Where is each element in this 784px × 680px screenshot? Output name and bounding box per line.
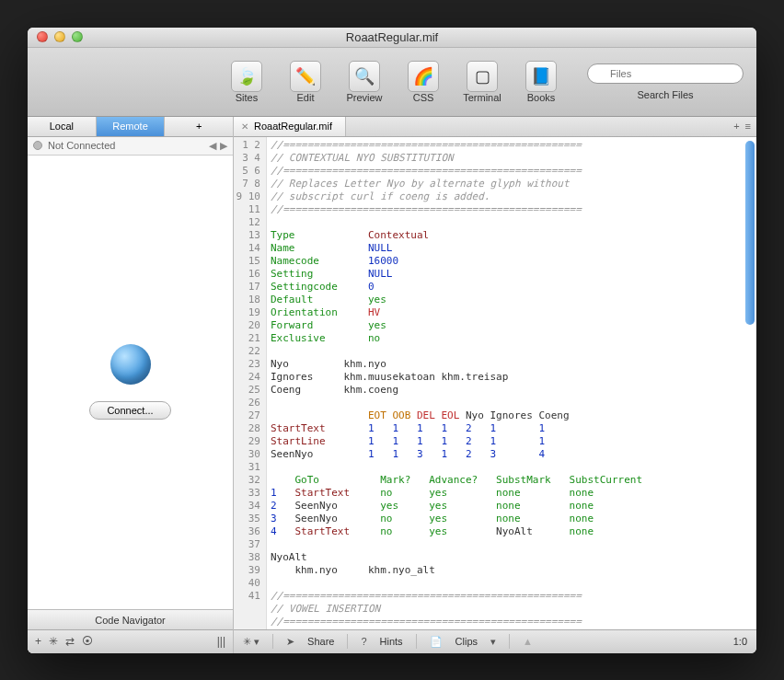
app-window: RoaatRegular.mif 🍃 Sites ✏️ Edit 🔍 Previ…	[28, 28, 756, 653]
code-area[interactable]: //======================================…	[267, 137, 756, 629]
columns-icon[interactable]: |||	[217, 635, 225, 648]
pencil-icon: ✏️	[290, 61, 321, 92]
tab-label: RoaatRegular.mif	[254, 121, 332, 132]
editor-tab-bar: ✕ RoaatRegular.mif + ≡	[234, 117, 756, 137]
warning-icon[interactable]: ▲	[523, 636, 533, 647]
sidebar-tabs: Local Remote +	[28, 117, 233, 137]
swatch-icon: 🌈	[408, 61, 439, 92]
window-title: RoaatRegular.mif	[28, 30, 756, 44]
vertical-scrollbar[interactable]	[745, 141, 755, 325]
editor-body[interactable]: 1 2 3 4 5 6 7 8 9 10 11 12 13 14 15 16 1…	[234, 137, 756, 629]
editor-tab[interactable]: ✕ RoaatRegular.mif	[234, 117, 346, 136]
tool-terminal[interactable]: ▢ Terminal	[460, 61, 504, 103]
tool-label: Preview	[346, 92, 382, 103]
tab-menu-icon[interactable]: ≡	[745, 121, 751, 132]
status-dot-icon	[33, 141, 42, 150]
globe-icon	[110, 344, 151, 385]
connect-button[interactable]: Connect...	[89, 401, 170, 420]
search-group: 🔍 Search Files	[587, 63, 744, 100]
share-button[interactable]: Share	[307, 636, 334, 647]
editor-pane: ✕ RoaatRegular.mif + ≡ 1 2 3 4 5 6 7 8 9…	[234, 117, 756, 653]
tool-edit[interactable]: ✏️ Edit	[283, 61, 328, 103]
tool-css[interactable]: 🌈 CSS	[401, 61, 445, 103]
hints-button[interactable]: Hints	[380, 636, 403, 647]
tab-local[interactable]: Local	[28, 117, 97, 136]
tool-label: Terminal	[463, 92, 502, 103]
search-input[interactable]	[587, 63, 744, 84]
connection-status: Not Connected	[48, 140, 115, 151]
share-icon[interactable]: ➤	[286, 636, 294, 648]
gear-icon[interactable]: ✳ ▾	[243, 636, 259, 648]
clips-button[interactable]: Clips	[455, 636, 478, 647]
tool-label: Books	[527, 92, 556, 103]
target-icon[interactable]: ⦿	[82, 635, 93, 648]
tab-remote[interactable]: Remote	[97, 117, 166, 136]
tab-close-icon[interactable]: ✕	[241, 121, 248, 132]
sidebar: Local Remote + Not Connected ◀ ▶ Connect…	[28, 117, 234, 653]
add-icon[interactable]: +	[35, 635, 41, 648]
tool-preview[interactable]: 🔍 Preview	[342, 61, 386, 103]
terminal-icon: ▢	[467, 61, 498, 92]
clips-icon[interactable]: 📄	[430, 636, 443, 648]
sidebar-bottom: + ✳ ⇄ ⦿ |||	[28, 629, 233, 653]
chevron-down-icon[interactable]: ▾	[490, 636, 496, 648]
sidebar-body: Connect...	[28, 156, 233, 609]
tool-sites[interactable]: 🍃 Sites	[225, 61, 269, 103]
line-gutter: 1 2 3 4 5 6 7 8 9 10 11 12 13 14 15 16 1…	[234, 137, 267, 629]
tool-label: Edit	[297, 92, 315, 103]
toolbar: 🍃 Sites ✏️ Edit 🔍 Preview 🌈 CSS ▢ Termin…	[28, 48, 756, 117]
magnifier-icon: 🔍	[349, 61, 380, 92]
tool-label: Sites	[236, 92, 258, 103]
search-label: Search Files	[637, 89, 693, 100]
status-bar: ✳ ▾ ➤ Share ? Hints 📄 Clips ▾ ▲ 1:0	[234, 629, 756, 653]
cursor-position: 1:0	[733, 636, 747, 647]
connection-status-row: Not Connected ◀ ▶	[28, 137, 233, 156]
sync-icon[interactable]: ⇄	[65, 635, 75, 648]
title-bar: RoaatRegular.mif	[28, 28, 756, 48]
hints-icon[interactable]: ?	[361, 636, 366, 647]
tab-add[interactable]: +	[165, 117, 233, 136]
toolbar-items: 🍃 Sites ✏️ Edit 🔍 Preview 🌈 CSS ▢ Termin…	[225, 61, 563, 103]
nav-back-icon[interactable]: ◀	[209, 140, 216, 152]
nav-forward-icon[interactable]: ▶	[220, 140, 227, 152]
code-navigator-header[interactable]: Code Navigator	[28, 609, 233, 629]
leaf-icon: 🍃	[231, 61, 262, 92]
tool-label: CSS	[413, 92, 434, 103]
book-icon: 📘	[525, 61, 557, 92]
add-tab-icon[interactable]: +	[733, 121, 739, 132]
main-split: Local Remote + Not Connected ◀ ▶ Connect…	[28, 117, 756, 653]
gear-icon[interactable]: ✳	[49, 635, 58, 648]
tool-books[interactable]: 📘 Books	[519, 61, 563, 103]
